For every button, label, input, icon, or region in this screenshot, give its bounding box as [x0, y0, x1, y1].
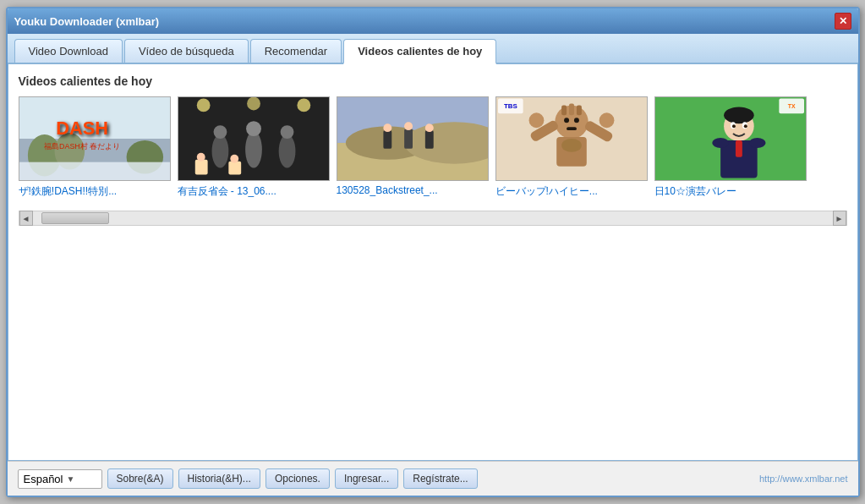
video-title-5: 日10☆演芸バレー [654, 184, 807, 199]
svg-text:TX: TX [787, 103, 795, 109]
svg-point-40 [564, 118, 569, 123]
options-button[interactable]: Opciones. [266, 468, 330, 489]
content-area: Videos calientes de hoy [8, 64, 858, 461]
svg-point-33 [424, 123, 433, 132]
svg-point-18 [280, 125, 293, 139]
svg-rect-32 [424, 130, 433, 149]
register-button[interactable]: Regístrate... [403, 468, 477, 489]
footer-url: http://www.xmlbar.net [483, 474, 848, 484]
scroll-thumb[interactable] [41, 212, 109, 224]
video-title-2: 有吉反省会 - 13_06.... [178, 184, 330, 199]
svg-rect-28 [383, 130, 391, 149]
video-thumb-5: TX [654, 96, 807, 181]
tab-videos-calientes[interactable]: Videos calientes de hoy [343, 39, 496, 64]
video-thumb-3 [337, 96, 489, 181]
history-button[interactable]: Historia(&H)... [178, 468, 260, 489]
video-title-1: ザ!鉄腕!DASH!!特別... [19, 184, 171, 199]
svg-point-62 [743, 124, 747, 128]
svg-point-48 [561, 139, 582, 152]
video-item-3[interactable]: 130528_Backstreet_... [337, 96, 489, 199]
tabs-bar: Video Download Vídeo de búsqueda Recomen… [8, 34, 858, 64]
horizontal-scrollbar: ◄ ► [19, 211, 847, 226]
video-item-2[interactable]: 有吉反省会 - 13_06.... [178, 96, 330, 199]
dropdown-arrow-icon: ▼ [66, 474, 96, 484]
video-thumb-2 [178, 96, 330, 181]
bottom-bar: Español ▼ Sobre(&A) Historia(&H)... Opci… [8, 461, 858, 496]
language-label: Español [24, 473, 63, 485]
svg-point-20 [196, 153, 205, 162]
svg-point-13 [211, 134, 228, 168]
svg-rect-42 [567, 127, 577, 130]
svg-point-10 [196, 99, 210, 112]
window-title: Youku Downloader (xmlbar) [14, 15, 160, 28]
svg-point-31 [404, 122, 413, 130]
video-title-4: ビーバップ!ハイヒー... [495, 184, 648, 199]
tab-video-download[interactable]: Video Download [14, 39, 123, 63]
videos-row: DASH 福島DASH村 春だより ザ!鉄腕!DASH!!特別... [19, 96, 847, 199]
tab-recomendar[interactable]: Recomendar [250, 39, 342, 63]
svg-point-17 [246, 121, 261, 136]
about-button[interactable]: Sobre(&A) [107, 468, 173, 489]
svg-point-64 [748, 138, 765, 148]
svg-rect-37 [561, 105, 567, 115]
titlebar: Youku Downloader (xmlbar) ✕ [8, 8, 858, 34]
svg-rect-30 [404, 129, 413, 149]
svg-point-56 [724, 107, 754, 123]
svg-point-14 [245, 131, 262, 168]
svg-rect-38 [576, 105, 581, 115]
svg-point-46 [528, 112, 544, 128]
svg-point-16 [213, 125, 227, 139]
svg-rect-58 [735, 140, 742, 157]
svg-rect-6 [19, 162, 170, 181]
language-selector[interactable]: Español ▼ [18, 469, 102, 489]
svg-point-41 [573, 118, 578, 123]
svg-point-63 [712, 138, 729, 148]
svg-point-47 [599, 112, 614, 128]
svg-point-29 [383, 123, 391, 132]
video-item-4[interactable]: TBS ビーバップ!ハイヒー... [495, 96, 648, 199]
main-window: Youku Downloader (xmlbar) ✕ Video Downlo… [6, 7, 860, 497]
video-title-3: 130528_Backstreet_... [337, 184, 489, 196]
scroll-left-arrow[interactable]: ◄ [19, 211, 33, 226]
svg-rect-21 [228, 162, 241, 175]
video-item-1[interactable]: DASH 福島DASH村 春だより ザ!鉄腕!DASH!!特別... [19, 96, 171, 199]
svg-text:TBS: TBS [503, 102, 517, 110]
video-thumb-1: DASH 福島DASH村 春だより [19, 96, 171, 181]
svg-point-15 [278, 134, 295, 168]
section-title: Videos calientes de hoy [19, 74, 847, 88]
close-button[interactable]: ✕ [835, 13, 851, 30]
svg-point-11 [247, 97, 260, 111]
video-thumb-4: TBS [495, 96, 648, 181]
svg-point-12 [297, 99, 310, 112]
scroll-track[interactable] [33, 211, 833, 225]
scroll-right-arrow[interactable]: ► [833, 211, 846, 226]
svg-text:DASH: DASH [56, 118, 108, 139]
video-item-5[interactable]: TX [654, 96, 807, 199]
login-button[interactable]: Ingresar... [335, 468, 398, 489]
svg-point-61 [731, 124, 735, 128]
svg-rect-39 [569, 103, 574, 115]
tab-video-busqueda[interactable]: Vídeo de búsqueda [124, 39, 249, 63]
svg-rect-19 [194, 160, 207, 175]
svg-text:福島DASH村 春だより: 福島DASH村 春だより [44, 142, 120, 151]
svg-point-22 [230, 155, 238, 163]
